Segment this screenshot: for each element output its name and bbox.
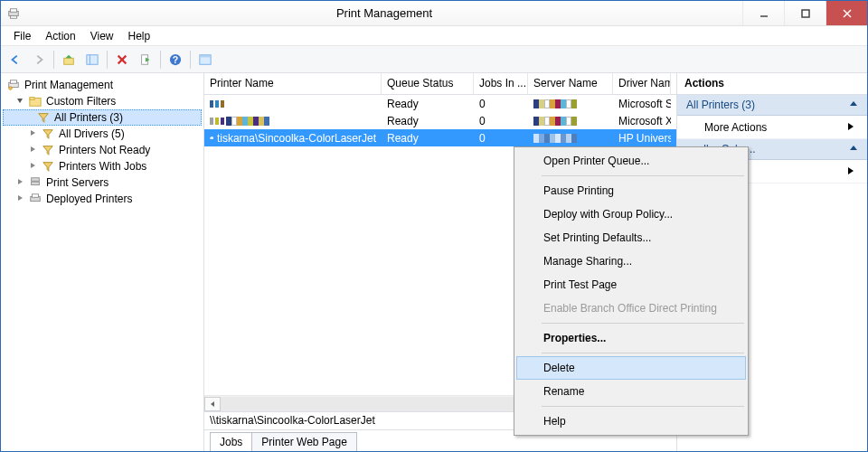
ctx-deploy[interactable]: Deploy with Group Policy...: [516, 202, 746, 226]
expand-icon[interactable]: [28, 161, 39, 172]
menubar: File Action View Help: [1, 26, 867, 46]
tree-print-servers[interactable]: Print Servers: [3, 174, 202, 191]
ctx-test-page[interactable]: Print Test Page: [516, 273, 746, 297]
printmgmt-icon: [6, 78, 21, 92]
menu-file[interactable]: File: [6, 28, 38, 44]
svg-rect-25: [33, 194, 39, 198]
server-icon: [28, 175, 42, 190]
svg-rect-21: [30, 98, 34, 100]
server-pixels: [533, 99, 577, 108]
name-pixels: [226, 117, 269, 126]
ctx-delete[interactable]: Delete: [516, 356, 746, 380]
tree-deployed[interactable]: Deployed Printers: [3, 191, 202, 207]
ctx-defaults[interactable]: Set Printing Defaults...: [516, 226, 746, 250]
menu-separator: [542, 353, 744, 353]
filter-icon: [41, 143, 55, 157]
svg-rect-7: [64, 58, 74, 64]
submenu-arrow-icon: [847, 165, 854, 178]
titlebar: Print Management: [1, 1, 867, 26]
ctx-open-queue[interactable]: Open Printer Queue...: [516, 149, 746, 173]
printer-icon: [210, 132, 214, 145]
submenu-arrow-icon: [847, 121, 854, 134]
scroll-left-icon[interactable]: [204, 397, 221, 411]
tree-with-jobs[interactable]: Printers With Jobs: [3, 158, 202, 174]
printer-icon: [210, 115, 226, 127]
tab-web-page[interactable]: Printer Web Page: [251, 432, 357, 451]
server-pixels: [533, 117, 577, 126]
filter-icon: [36, 110, 51, 125]
ctx-help[interactable]: Help: [516, 410, 746, 433]
menu-separator: [542, 175, 744, 176]
filter-icon: [41, 127, 55, 141]
back-button[interactable]: [5, 49, 26, 71]
tab-jobs[interactable]: Jobs: [210, 432, 252, 451]
deployed-icon: [28, 192, 42, 206]
tree-root[interactable]: Print Management: [3, 77, 202, 93]
toolbar-button-extra[interactable]: [194, 49, 216, 71]
ctx-pause[interactable]: Pause Printing: [516, 179, 746, 202]
grid-header: Printer Name Queue Status Jobs In ... Se…: [204, 73, 676, 95]
expand-icon[interactable]: [15, 177, 26, 188]
app-icon: [1, 1, 26, 25]
grid-row-selected[interactable]: tiskarna\Sincoolka-ColorLaserJet Ready 0…: [204, 129, 676, 146]
toolbar-button-panes[interactable]: [81, 49, 103, 71]
menu-separator: [542, 406, 744, 407]
actions-more-actions[interactable]: More Actions: [677, 116, 867, 139]
collapse-icon: [849, 143, 858, 155]
svg-rect-23: [32, 182, 40, 185]
help-button[interactable]: ?: [165, 49, 186, 71]
actions-header: Actions: [677, 73, 867, 95]
context-menu: Open Printer Queue... Pause Printing Dep…: [514, 146, 749, 436]
svg-rect-16: [200, 54, 211, 57]
expand-icon[interactable]: [28, 128, 39, 139]
svg-rect-18: [11, 80, 17, 84]
col-printer-name[interactable]: Printer Name: [204, 73, 382, 94]
folder-icon: [28, 94, 42, 108]
minimize-button[interactable]: [742, 1, 784, 25]
col-jobs[interactable]: Jobs In ...: [474, 73, 528, 94]
svg-rect-4: [802, 10, 809, 17]
svg-text:?: ?: [173, 53, 178, 64]
server-pixels: [533, 134, 577, 143]
export-button[interactable]: [135, 49, 156, 71]
tree-pane: Print Management Custom Filters All Prin…: [1, 73, 204, 451]
expand-icon[interactable]: [15, 193, 26, 204]
col-driver-name[interactable]: Driver Name: [613, 73, 671, 94]
collapse-icon: [849, 99, 858, 111]
window-title: Print Management: [26, 1, 742, 25]
collapse-icon[interactable]: [15, 96, 26, 107]
filter-icon: [41, 159, 55, 174]
menu-action[interactable]: Action: [38, 28, 82, 44]
svg-rect-1: [11, 8, 17, 12]
menu-view[interactable]: View: [83, 28, 121, 44]
ctx-properties[interactable]: Properties...: [516, 326, 746, 350]
forward-button[interactable]: [28, 49, 50, 71]
ctx-rename[interactable]: Rename: [516, 380, 746, 403]
svg-rect-22: [32, 178, 40, 182]
maximize-button[interactable]: [784, 1, 826, 25]
toolbar-button-up[interactable]: [58, 49, 80, 71]
toolbar: ?: [1, 46, 867, 73]
menu-help[interactable]: Help: [121, 28, 158, 44]
svg-rect-2: [11, 15, 17, 18]
tree-all-drivers[interactable]: All Drivers (5): [3, 126, 202, 142]
col-server-name[interactable]: Server Name: [528, 73, 613, 94]
svg-rect-8: [87, 54, 98, 64]
expand-icon[interactable]: [28, 145, 39, 155]
grid-row[interactable]: Ready 0 Microsoft XP: [204, 112, 676, 129]
close-button[interactable]: [826, 1, 867, 25]
delete-button[interactable]: [111, 49, 133, 71]
svg-point-19: [9, 87, 13, 90]
menu-separator: [542, 323, 744, 324]
col-queue-status[interactable]: Queue Status: [382, 73, 474, 94]
svg-rect-27: [211, 137, 212, 137]
grid-row[interactable]: Ready 0 Microsoft Sh: [204, 95, 676, 112]
tree-not-ready[interactable]: Printers Not Ready: [3, 142, 202, 158]
tree-all-printers[interactable]: All Printers (3): [3, 109, 202, 126]
actions-section-all-printers[interactable]: All Printers (3): [677, 95, 867, 116]
ctx-branch-office: Enable Branch Office Direct Printing: [516, 297, 746, 320]
tree-custom-filters[interactable]: Custom Filters: [3, 93, 202, 109]
printer-icon: [210, 98, 226, 110]
ctx-sharing[interactable]: Manage Sharing...: [516, 250, 746, 273]
